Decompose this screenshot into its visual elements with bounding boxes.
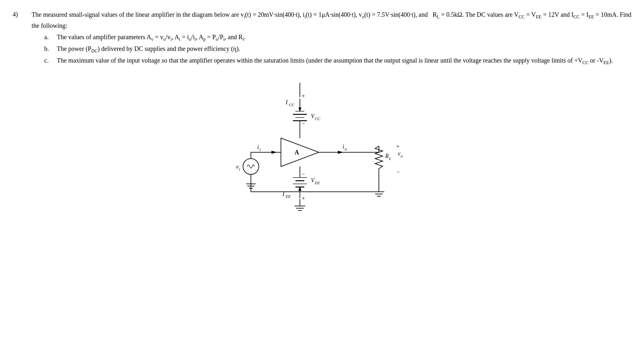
- amplifier-label: A: [295, 149, 299, 156]
- vo-plus: +: [396, 143, 399, 150]
- io-arrow: [338, 151, 343, 154]
- line1: The measured small-signal values of the …: [32, 9, 631, 31]
- input-arrow: [271, 151, 276, 154]
- icc-subscript: CC: [289, 102, 295, 107]
- problem-text: The measured small-signal values of the …: [32, 9, 631, 67]
- vcc-plus: +: [302, 93, 305, 99]
- problem-container: 4) The measured small-signal values of t…: [13, 9, 631, 67]
- sub-text-b: The power (PDC) delivered by DC supplies…: [57, 44, 240, 55]
- icc-label: I: [285, 99, 288, 106]
- vo-label: v: [398, 150, 400, 157]
- vcc-subscript: CC: [315, 116, 320, 121]
- ii-label: i: [257, 144, 259, 150]
- circuit-diagram: .circuit-text { font-family: "Times New …: [13, 80, 631, 212]
- vi-subscript: i: [239, 167, 240, 172]
- vee-subscript: EE: [314, 180, 320, 185]
- vcc-minus: −: [302, 120, 305, 127]
- vo-minus: −: [397, 169, 400, 175]
- sub-text-c: The maximum value of the input voltage s…: [57, 55, 613, 66]
- vee-minus: −: [302, 171, 305, 177]
- io-label: i: [343, 143, 344, 150]
- rl-subscript: L: [389, 156, 391, 161]
- sub-item-c: c. The maximum value of the input voltag…: [44, 55, 631, 66]
- vo-subscript: o: [401, 154, 403, 158]
- icc-arrow: [299, 107, 301, 111]
- sub-text-a: The values of amplifier parameters Av = …: [57, 32, 246, 43]
- sub-items: a. The values of amplifier parameters Av…: [44, 32, 631, 66]
- amplifier-triangle: [281, 138, 319, 166]
- vee-plus: +: [302, 195, 305, 202]
- sub-label-b: b.: [44, 44, 54, 55]
- sub-label-a: a.: [44, 32, 54, 43]
- sub-item-a: a. The values of amplifier parameters Av…: [44, 32, 631, 43]
- iee-subscript: EE: [285, 194, 291, 199]
- sub-label-c: c.: [44, 55, 54, 66]
- circuit-svg: .circuit-text { font-family: "Times New …: [202, 80, 442, 212]
- problem-number: 4): [13, 9, 28, 67]
- vi-source-circle: [243, 159, 259, 174]
- iee-arrow: [299, 187, 301, 191]
- rl-label: R: [385, 153, 389, 159]
- sub-item-b: b. The power (PDC) delivered by DC suppl…: [44, 44, 631, 55]
- ii-subscript: i: [259, 147, 261, 152]
- problem-header: 4) The measured small-signal values of t…: [13, 9, 631, 67]
- vi-label: v: [236, 164, 239, 170]
- io-subscript: o: [345, 147, 347, 151]
